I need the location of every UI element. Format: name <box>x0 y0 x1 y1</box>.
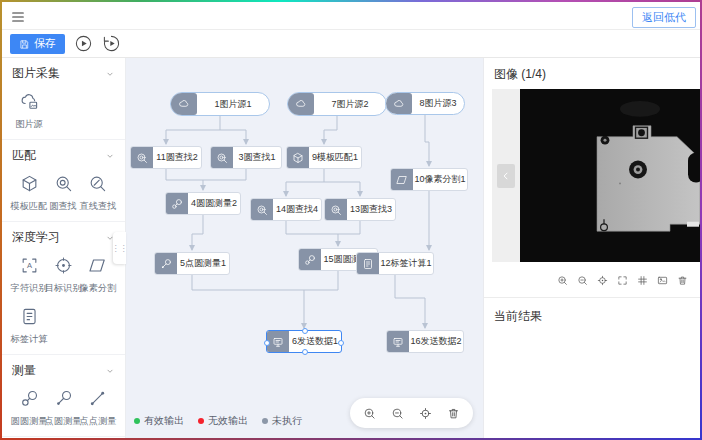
image-zoom-out-button[interactable] <box>577 271 588 289</box>
inspection-photo-image <box>520 89 700 262</box>
node-label: 11圆查找2 <box>153 147 201 168</box>
flow-canvas[interactable]: ⋮⋮ 有效输出无效输出未执行 1图片源17图片源28图片源311圆查找23圆查找… <box>126 58 483 438</box>
inspector-panel: 图像 (1/4) <box>483 58 700 438</box>
send-data-icon <box>392 336 404 348</box>
cloud-icon <box>393 98 405 110</box>
node-type-icon <box>131 147 153 168</box>
cloud-image-icon <box>20 92 39 111</box>
node-type-icon <box>171 93 197 115</box>
node-type-icon <box>288 93 314 115</box>
sidebar-section-label: 测量 <box>12 362 36 379</box>
cube-icon <box>292 152 304 164</box>
node-type-icon <box>391 169 413 190</box>
back-to-lowcode-button[interactable]: 返回低代 <box>632 7 696 28</box>
graph-node[interactable]: 11圆查找2 <box>130 146 202 169</box>
sidebar-item[interactable]: 圆查找 <box>46 174 80 213</box>
sidebar-section-header[interactable]: 图片采集 <box>12 65 115 82</box>
target-icon <box>54 256 73 275</box>
connection-handle[interactable] <box>338 340 344 346</box>
sidebar-section-0: 图片采集图片源 <box>2 58 125 140</box>
graph-node[interactable]: 6发送数据1 <box>266 330 342 353</box>
graph-node[interactable]: 4圆圆测量2 <box>165 192 241 215</box>
zoom-out-button[interactable] <box>391 404 404 422</box>
image-fullscreen-button[interactable] <box>617 271 628 289</box>
graph-node[interactable]: 14圆查找4 <box>250 198 322 221</box>
node-type-icon <box>357 253 379 274</box>
node-label: 1图片源1 <box>197 93 269 115</box>
node-type-icon <box>211 147 233 168</box>
image-toolbar <box>484 262 700 298</box>
legend-dot <box>134 418 140 424</box>
action-toolbar: 保存 <box>2 30 700 58</box>
app-window: 返回低代 保存 图片采集图片源匹配模板匹配圆查找直线查找深度学习A字符识别目标识… <box>0 0 702 440</box>
connection-handle[interactable] <box>302 328 308 334</box>
sidebar-item[interactable]: 模板匹配 <box>12 174 46 213</box>
graph-node[interactable]: 5点圆测量1 <box>154 252 230 275</box>
zoom-out-icon <box>577 275 588 286</box>
image-preview <box>492 89 700 262</box>
graph-node[interactable]: 1图片源1 <box>170 92 270 116</box>
graph-node[interactable]: 16发送数据2 <box>386 330 464 353</box>
sidebar-item[interactable]: 像素分割 <box>81 256 115 295</box>
trash-button[interactable] <box>447 404 460 422</box>
legend-label: 未执行 <box>272 414 302 428</box>
sidebar-item[interactable]: 图片源 <box>12 92 46 131</box>
connection-handle[interactable] <box>302 349 308 355</box>
image-fit-image-button[interactable] <box>657 271 668 289</box>
image-zoom-in-button[interactable] <box>557 271 568 289</box>
node-label: 8图片源3 <box>412 93 464 114</box>
measure-cc-icon <box>304 254 316 266</box>
menu-icon[interactable] <box>10 8 26 24</box>
sidebar-item-label: 点圆测量 <box>45 415 82 428</box>
top-bar: 返回低代 <box>2 2 700 30</box>
sidebar-item[interactable]: 目标识别 <box>46 256 80 295</box>
tool-sidebar: 图片采集图片源匹配模板匹配圆查找直线查找深度学习A字符识别目标识别像素分割标签计… <box>2 58 126 438</box>
sidebar-item[interactable]: 圆圆测量 <box>12 389 46 428</box>
inspection-photo[interactable] <box>520 89 700 262</box>
node-label: 3圆查找1 <box>233 147 281 168</box>
node-label: 14圆查找4 <box>273 199 321 220</box>
image-grid-button[interactable] <box>637 271 648 289</box>
image-trash-button[interactable] <box>677 271 688 289</box>
graph-node[interactable]: 10像素分割1 <box>390 168 468 191</box>
sidebar-section-label: 匹配 <box>12 147 36 164</box>
graph-node[interactable]: 13圆查找3 <box>324 198 396 221</box>
doc-calc-icon <box>20 307 39 326</box>
sidebar-item-label: 圆圆测量 <box>11 415 48 428</box>
graph-node[interactable]: 7图片源2 <box>287 92 387 116</box>
sidebar-item-label: 直线查找 <box>79 200 116 213</box>
current-result-title: 当前结果 <box>484 298 700 335</box>
sidebar-section-header[interactable]: 匹配 <box>12 147 115 164</box>
segment-icon <box>396 174 408 186</box>
graph-node[interactable]: 8图片源3 <box>385 92 465 115</box>
sidebar-item[interactable]: 标签计算 <box>12 307 46 346</box>
sidebar-collapse-handle[interactable]: ⋮⋮ <box>113 232 126 264</box>
image-locate-button[interactable] <box>597 271 608 289</box>
zoom-in-button[interactable] <box>363 404 376 422</box>
sidebar-item[interactable]: 点点测量 <box>81 389 115 428</box>
sidebar-item[interactable]: 直线查找 <box>81 174 115 213</box>
node-label: 13圆查找3 <box>347 199 395 220</box>
image-nav-strip <box>492 89 520 262</box>
sidebar-section-header[interactable]: 测量 <box>12 362 115 379</box>
previous-image-button[interactable] <box>497 164 515 188</box>
graph-node[interactable]: 9模板匹配1 <box>286 146 362 169</box>
sidebar-item-label: 字符识别 <box>11 282 48 295</box>
run-button[interactable] <box>74 34 93 53</box>
circle-search-icon <box>216 152 228 164</box>
node-label: 5点圆测量1 <box>177 253 229 274</box>
graph-node[interactable]: 12标签计算1 <box>356 252 434 275</box>
grid-icon <box>637 275 648 286</box>
sidebar-item[interactable]: 点圆测量 <box>46 389 80 428</box>
sidebar-item[interactable]: A字符识别 <box>12 256 46 295</box>
save-icon <box>19 37 30 50</box>
graph-node[interactable]: 3圆查找1 <box>210 146 282 169</box>
chevron-left-icon <box>501 171 511 181</box>
sidebar-section-header[interactable]: 深度学习 <box>12 229 115 246</box>
trash-icon <box>677 275 688 286</box>
run-once-button[interactable] <box>102 34 121 53</box>
locate-button[interactable] <box>419 404 432 422</box>
segment-icon <box>88 256 107 275</box>
connection-handle[interactable] <box>264 340 270 346</box>
save-button[interactable]: 保存 <box>10 34 65 54</box>
